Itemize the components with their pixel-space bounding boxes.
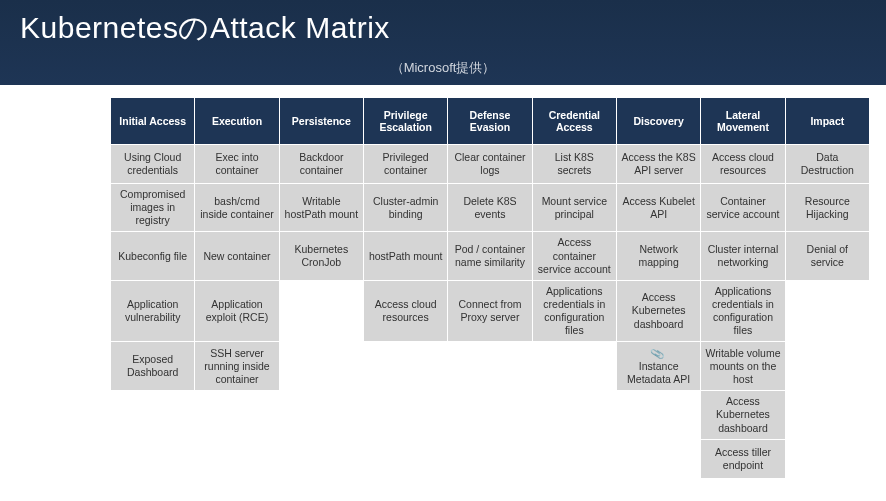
col-discovery: Discovery	[617, 98, 700, 144]
cell: hostPath mount	[364, 232, 447, 279]
cell: Exec into container	[195, 145, 278, 183]
col-impact: Impact	[786, 98, 869, 144]
cell-empty	[280, 440, 363, 478]
cell: Backdoor container	[280, 145, 363, 183]
cell: Application vulnerability	[111, 281, 194, 342]
cell-empty	[786, 281, 869, 342]
table-row: Using Cloud credentials Exec into contai…	[111, 145, 869, 183]
table-row: Kubeconfig file New container Kubernetes…	[111, 232, 869, 279]
cell: Kubernetes CronJob	[280, 232, 363, 279]
cell-empty	[364, 440, 447, 478]
cell-empty	[786, 440, 869, 478]
cell-empty	[448, 342, 531, 390]
table-row: Compromised images in registry bash/cmd …	[111, 184, 869, 231]
attack-matrix-table: Initial Access Execution Persistence Pri…	[110, 97, 870, 479]
cell: Network mapping	[617, 232, 700, 279]
cell: Delete K8S events	[448, 184, 531, 231]
cell: Pod / container name similarity	[448, 232, 531, 279]
cell: Access cloud resources	[364, 281, 447, 342]
cell-empty	[533, 440, 616, 478]
cell: Applications credentials in configuratio…	[701, 281, 784, 342]
cell: Access Kubernetes dashboard	[701, 391, 784, 438]
cell: Exposed Dashboard	[111, 342, 194, 390]
cell: Denial of service	[786, 232, 869, 279]
table-header-row: Initial Access Execution Persistence Pri…	[111, 98, 869, 144]
cell-empty	[364, 342, 447, 390]
cell-empty	[111, 391, 194, 438]
pin-icon: 📎	[650, 345, 666, 361]
cell-empty	[786, 342, 869, 390]
cell-empty	[617, 391, 700, 438]
cell: Application exploit (RCE)	[195, 281, 278, 342]
table-row: Access Kubernetes dashboard	[111, 391, 869, 438]
cell-empty	[786, 391, 869, 438]
cell: Cluster-admin binding	[364, 184, 447, 231]
cell-empty	[533, 342, 616, 390]
cell: List K8S secrets	[533, 145, 616, 183]
page-title: KubernetesのAttack Matrix	[20, 8, 866, 49]
page-subtitle: （Microsoft提供）	[20, 59, 866, 77]
cell: Access the K8S API server	[617, 145, 700, 183]
cell: Access Kubelet API	[617, 184, 700, 231]
cell: New container	[195, 232, 278, 279]
cell-empty	[195, 391, 278, 438]
slide-header: KubernetesのAttack Matrix （Microsoft提供）	[0, 0, 886, 85]
cell-empty	[280, 391, 363, 438]
cell: Resource Hijacking	[786, 184, 869, 231]
col-persistence: Persistence	[280, 98, 363, 144]
cell-empty	[448, 391, 531, 438]
cell: Access tiller endpoint	[701, 440, 784, 478]
cell-text: Instance Metadata API	[627, 360, 690, 385]
cell: Writable hostPath mount	[280, 184, 363, 231]
cell: Writable volume mounts on the host	[701, 342, 784, 390]
col-execution: Execution	[195, 98, 278, 144]
cell: bash/cmd inside container	[195, 184, 278, 231]
cell: Applications credentials in configuratio…	[533, 281, 616, 342]
cell: Compromised images in registry	[111, 184, 194, 231]
cell: Kubeconfig file	[111, 232, 194, 279]
col-initial-access: Initial Access	[111, 98, 194, 144]
cell: Privileged container	[364, 145, 447, 183]
cell-empty	[617, 440, 700, 478]
col-credential-access: Credential Access	[533, 98, 616, 144]
cell-empty	[280, 342, 363, 390]
cell: Mount service principal	[533, 184, 616, 231]
col-lateral-movement: Lateral Movement	[701, 98, 784, 144]
table-row: Access tiller endpoint	[111, 440, 869, 478]
table-row: Application vulnerability Application ex…	[111, 281, 869, 342]
cell-empty	[448, 440, 531, 478]
cell-empty	[111, 440, 194, 478]
cell-empty	[364, 391, 447, 438]
cell: Container service account	[701, 184, 784, 231]
cell: Connect from Proxy server	[448, 281, 531, 342]
col-defense-evasion: Defense Evasion	[448, 98, 531, 144]
cell: Clear container logs	[448, 145, 531, 183]
cell-empty	[280, 281, 363, 342]
matrix-container: Initial Access Execution Persistence Pri…	[0, 85, 886, 479]
cell: SSH server running inside container	[195, 342, 278, 390]
cell-empty	[533, 391, 616, 438]
cell: Data Destruction	[786, 145, 869, 183]
cell-instance-metadata: 📎 Instance Metadata API	[617, 342, 700, 390]
cell-empty	[195, 440, 278, 478]
cell: Access cloud resources	[701, 145, 784, 183]
cell: Access Kubernetes dashboard	[617, 281, 700, 342]
table-row: Exposed Dashboard SSH server running ins…	[111, 342, 869, 390]
col-priv-esc: Privilege Escalation	[364, 98, 447, 144]
cell: Access container service account	[533, 232, 616, 279]
cell: Using Cloud credentials	[111, 145, 194, 183]
cell: Cluster internal networking	[701, 232, 784, 279]
